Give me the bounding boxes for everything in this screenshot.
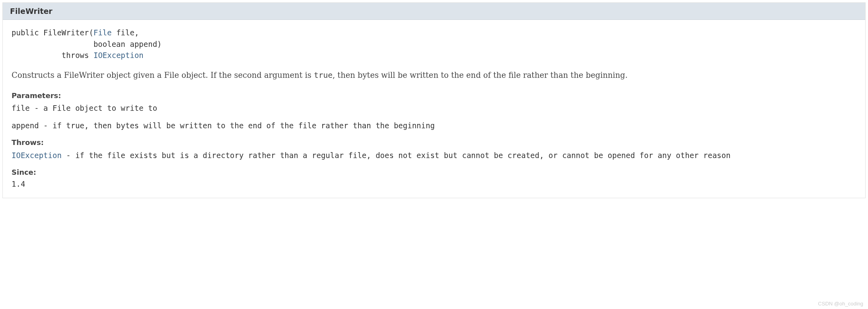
parameters-label: Parameters: <box>12 91 856 100</box>
desc-code: true <box>314 71 333 80</box>
param-desc: if true, then bytes will be written to t… <box>53 121 435 130</box>
param-name: file <box>12 104 30 112</box>
param1-name: file <box>116 28 134 37</box>
desc-part2: , then bytes will be written to the end … <box>333 71 628 80</box>
constructor-title: FileWriter <box>10 7 858 15</box>
doc-body: public FileWriter(File file, boolean app… <box>3 20 865 198</box>
param-name: append <box>12 121 39 130</box>
throws-desc: if the file exists but is a directory ra… <box>75 151 730 160</box>
ctor-name: FileWriter <box>43 28 89 37</box>
param-append: append - if true, then bytes will be wri… <box>12 120 856 131</box>
file-type-link[interactable]: File <box>93 28 112 37</box>
constructor-description: Constructs a FileWriter object given a F… <box>12 70 856 81</box>
param2-name: append <box>130 40 157 48</box>
param-sep: - <box>39 121 53 130</box>
throws-sep: - <box>62 151 75 160</box>
since-value: 1.4 <box>12 180 856 188</box>
since-label: Since: <box>12 168 856 176</box>
param2-type: boolean <box>93 40 125 48</box>
ioexception-type-link[interactable]: IOException <box>93 51 144 60</box>
doc-container: FileWriter public FileWriter(File file, … <box>2 2 866 198</box>
section-header: FileWriter <box>3 3 865 20</box>
throws-label: Throws: <box>12 138 856 147</box>
desc-part1: Constructs a FileWriter object given a F… <box>12 71 314 80</box>
ioexception-throws-link[interactable]: IOException <box>12 151 62 160</box>
method-signature: public FileWriter(File file, boolean app… <box>12 27 856 61</box>
throws-item: IOException - if the file exists but is … <box>12 150 856 161</box>
param-desc: a File object to write to <box>43 104 157 112</box>
modifier: public <box>12 28 39 37</box>
param-sep: - <box>30 104 43 112</box>
throws-kw: throws <box>62 51 89 60</box>
param-file: file - a File object to write to <box>12 103 856 114</box>
